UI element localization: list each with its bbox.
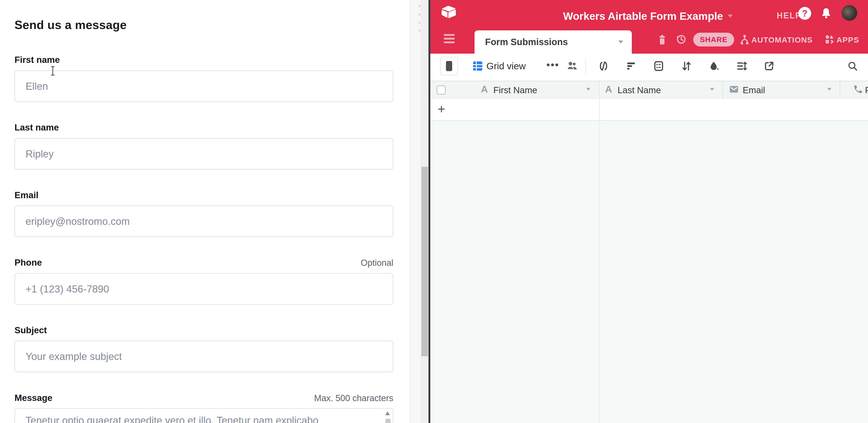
view-name[interactable]: Grid view	[487, 61, 526, 71]
gutter-dot	[418, 5, 421, 7]
first-name-label: First name	[14, 55, 60, 65]
column-caret-icon[interactable]	[586, 88, 590, 91]
help-menu[interactable]: HELP	[777, 11, 802, 21]
toolbar-divider	[585, 59, 586, 74]
phone-optional-hint: Optional	[361, 258, 393, 268]
automations-icon[interactable]	[739, 34, 750, 46]
hide-fields-icon[interactable]	[653, 60, 664, 72]
email-input[interactable]	[14, 206, 393, 237]
phone-field-type-icon	[853, 84, 863, 94]
row-height-icon[interactable]	[736, 60, 747, 72]
grid-empty-area	[430, 121, 868, 423]
last-name-input[interactable]	[14, 138, 393, 170]
column-header-phone[interactable]: P	[865, 85, 868, 95]
message-textarea[interactable]: Tenetur optio quaerat expedite vero et i…	[14, 408, 393, 423]
share-button[interactable]: SHARE	[693, 33, 734, 47]
gutter-dot	[418, 22, 421, 24]
airtable-window: Workers Airtable Form Example HELP ? For…	[430, 0, 868, 423]
color-icon[interactable]	[708, 60, 720, 72]
airtable-logo[interactable]	[440, 5, 458, 19]
apps-icon[interactable]	[824, 34, 835, 45]
notifications-bell-icon[interactable]	[820, 6, 832, 20]
base-title[interactable]: Workers Airtable Form Example	[563, 10, 723, 22]
collaborators-icon[interactable]	[566, 60, 579, 72]
history-icon[interactable]	[675, 33, 687, 46]
add-record-plus[interactable]: +	[438, 103, 445, 116]
first-name-input[interactable]	[14, 70, 393, 102]
subject-input[interactable]	[14, 341, 393, 372]
gutter-dot	[418, 13, 421, 16]
view-sidebar-toggle[interactable]	[440, 57, 458, 75]
phone-input[interactable]	[14, 273, 393, 305]
phone-label: Phone	[14, 258, 42, 268]
message-text: Tenetur optio quaerat expedite vero et i…	[26, 415, 375, 423]
search-icon[interactable]	[847, 60, 858, 72]
question-glyph: ?	[802, 8, 807, 19]
contact-form-panel: Send us a message First name Last name E…	[0, 0, 409, 423]
column-header-first-name[interactable]: First Name	[493, 85, 537, 95]
sidebar-panel-icon	[446, 61, 452, 71]
last-name-label: Last name	[14, 122, 59, 132]
share-view-icon[interactable]	[763, 60, 775, 72]
filter-icon[interactable]	[625, 60, 637, 72]
message-scrollbar-thumb[interactable]	[385, 419, 391, 423]
help-question-icon[interactable]: ?	[798, 7, 811, 20]
embed-code-icon[interactable]	[598, 60, 609, 72]
column-header-email[interactable]: Email	[743, 85, 765, 95]
share-label: SHARE	[700, 35, 727, 44]
subject-label: Subject	[14, 325, 47, 335]
text-field-type-icon: A	[605, 84, 612, 95]
gutter-dot	[418, 29, 421, 32]
email-field-type-icon	[729, 85, 739, 94]
add-record-row[interactable]	[430, 99, 868, 121]
message-label: Message	[14, 393, 53, 403]
grid-view-icon	[472, 61, 483, 71]
apps-label[interactable]: APPS	[836, 35, 859, 44]
message-maxchars-hint: Max. 500 characters	[314, 393, 393, 403]
user-avatar[interactable]	[842, 5, 857, 21]
scroll-up-arrow-icon[interactable]	[385, 412, 390, 415]
table-tab-label: Form Submissions	[485, 37, 568, 47]
column-header-last-name[interactable]: Last Name	[618, 85, 661, 95]
view-more-menu[interactable]: •••	[547, 59, 559, 70]
form-heading: Send us a message	[14, 18, 127, 32]
sidebar-menu-button[interactable]	[444, 34, 455, 43]
text-field-type-icon: A	[481, 84, 488, 95]
column-caret-icon[interactable]	[827, 88, 831, 91]
select-all-checkbox[interactable]	[437, 85, 446, 95]
text-cursor-ibeam	[51, 66, 55, 75]
base-title-caret-icon[interactable]	[728, 14, 733, 18]
tab-form-submissions[interactable]: Form Submissions	[474, 30, 632, 54]
automations-label[interactable]: AUTOMATIONS	[751, 35, 813, 44]
window-divider	[429, 0, 430, 423]
email-label: Email	[14, 190, 38, 200]
base-title-wrap[interactable]: Workers Airtable Form Example	[556, 9, 740, 23]
page-scrollbar-thumb[interactable]	[421, 167, 428, 356]
sort-icon[interactable]	[681, 60, 692, 72]
column-caret-icon[interactable]	[710, 88, 714, 91]
column-divider	[599, 98, 599, 423]
table-tab-caret-icon[interactable]	[618, 40, 623, 43]
trash-icon[interactable]	[657, 34, 668, 46]
